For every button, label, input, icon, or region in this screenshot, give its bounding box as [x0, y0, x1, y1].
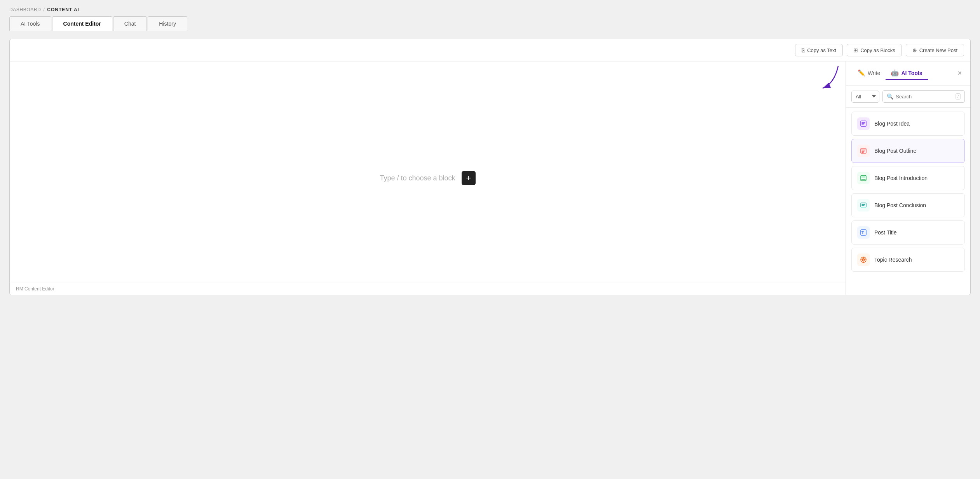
close-panel-button[interactable]: ×: [955, 68, 964, 78]
svg-text:T: T: [861, 231, 864, 235]
tool-icon-blog-post-conclusion: [857, 199, 870, 212]
tool-blog-post-introduction[interactable]: Blog Post Introduction: [851, 166, 965, 190]
tool-label-blog-post-conclusion: Blog Post Conclusion: [874, 202, 926, 208]
tool-label-blog-post-idea: Blog Post Idea: [874, 121, 910, 127]
create-post-icon: ⊕: [912, 47, 917, 53]
tool-blog-post-conclusion[interactable]: Blog Post Conclusion: [851, 193, 965, 217]
panel-filter-row: All Blog SEO Social 🔍 /: [846, 86, 970, 108]
panel-tab-write[interactable]: ✏️ Write: [852, 67, 886, 80]
tool-icon-topic-research: [857, 253, 870, 266]
copy-text-icon: ⎘: [802, 47, 805, 53]
add-block-button[interactable]: +: [462, 171, 476, 185]
placeholder-text: Type / to choose a block: [380, 174, 455, 182]
tool-icon-blog-post-introduction: [857, 172, 870, 184]
tab-history[interactable]: History: [148, 16, 187, 31]
svg-rect-10: [861, 176, 865, 178]
main-container: ⎘ Copy as Text ⊞ Copy as Blocks ⊕ Create…: [9, 39, 971, 295]
tool-label-post-title: Post Title: [874, 229, 897, 236]
search-box: 🔍 /: [882, 90, 965, 103]
copy-blocks-icon: ⊞: [853, 47, 858, 53]
panel-header: ✏️ Write 🤖 AI Tools: [846, 61, 970, 86]
tool-label-blog-post-outline: Blog Post Outline: [874, 148, 916, 154]
ai-tools-icon: 🤖: [891, 69, 899, 77]
svg-rect-8: [861, 149, 866, 150]
tool-blog-post-outline[interactable]: Blog Post Outline: [851, 139, 965, 163]
write-icon: ✏️: [858, 69, 865, 77]
editor-area[interactable]: Type / to choose a block + RM Content Ed…: [10, 61, 846, 295]
panel-tabs: ✏️ Write 🤖 AI Tools: [852, 67, 928, 80]
panel-tab-ai-tools[interactable]: 🤖 AI Tools: [886, 67, 928, 80]
tool-label-topic-research: Topic Research: [874, 257, 912, 263]
tabs-bar: AI Tools Content Editor Chat History: [0, 16, 980, 31]
create-new-post-button[interactable]: ⊕ Create New Post: [906, 44, 964, 56]
right-panel: ✏️ Write 🤖 AI Tools: [846, 61, 970, 295]
toolbar: ⎘ Copy as Text ⊞ Copy as Blocks ⊕ Create…: [10, 39, 970, 61]
copy-as-text-button[interactable]: ⎘ Copy as Text: [795, 44, 843, 56]
breadcrumb: DASHBOARD / CONTENT AI: [0, 0, 980, 16]
search-input[interactable]: [896, 94, 953, 100]
breadcrumb-separator: /: [43, 7, 45, 12]
tab-chat[interactable]: Chat: [113, 16, 147, 31]
svg-rect-13: [861, 207, 866, 208]
tool-topic-research[interactable]: Topic Research: [851, 248, 965, 272]
editor-footer: RM Content Editor: [10, 283, 846, 295]
copy-as-blocks-button[interactable]: ⊞ Copy as Blocks: [847, 44, 902, 56]
tab-content-editor[interactable]: Content Editor: [52, 16, 112, 31]
tool-icon-blog-post-outline: [857, 145, 870, 157]
tool-label-blog-post-introduction: Blog Post Introduction: [874, 175, 928, 181]
tools-list: Blog Post Idea: [846, 108, 970, 295]
content-split: Type / to choose a block + RM Content Ed…: [10, 61, 970, 295]
search-shortcut: /: [956, 93, 961, 100]
svg-rect-12: [861, 203, 866, 207]
editor-placeholder: Type / to choose a block +: [380, 171, 475, 185]
tool-icon-blog-post-idea: [857, 117, 870, 130]
breadcrumb-current: CONTENT AI: [47, 7, 79, 12]
tool-icon-post-title: T: [857, 226, 870, 239]
breadcrumb-home: DASHBOARD: [9, 7, 41, 12]
search-icon: 🔍: [887, 93, 893, 100]
tool-post-title[interactable]: T Post Title: [851, 220, 965, 245]
tool-blog-post-idea[interactable]: Blog Post Idea: [851, 112, 965, 136]
arrow-to-outline: [846, 145, 850, 157]
filter-select[interactable]: All Blog SEO Social: [851, 91, 879, 103]
tab-ai-tools[interactable]: AI Tools: [9, 16, 51, 31]
